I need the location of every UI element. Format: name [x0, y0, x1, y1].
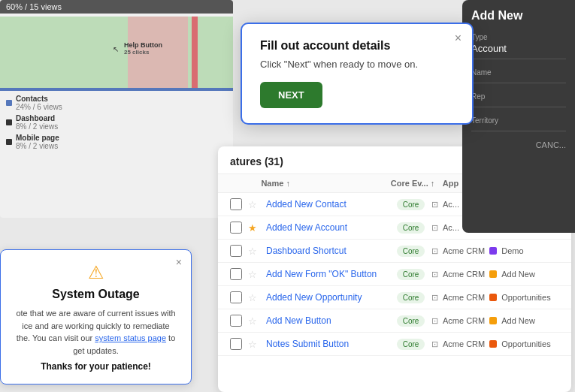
app-name: Acme CRM — [443, 270, 485, 279]
fill-dialog-title: Fill out account details — [260, 39, 454, 53]
row-star-icon[interactable]: ☆ — [248, 246, 260, 257]
outage-close-button[interactable]: × — [176, 256, 182, 268]
app-name: Acme CRM — [443, 316, 485, 325]
app-tag: Opportunities — [501, 293, 550, 302]
outage-body: ote that we are aware of current issues … — [16, 307, 176, 357]
type-field-value[interactable]: Account — [471, 43, 566, 59]
table-row: ☆ Add New Button Core ⊡ Acme CRM Add New — [218, 309, 571, 333]
app-color-dot — [489, 270, 497, 278]
legend-dashboard-label: Dashboard — [16, 114, 58, 122]
territory-field-value[interactable] — [471, 126, 566, 131]
fill-dialog-close-button[interactable]: × — [455, 32, 462, 45]
table-row: ☆ Add New Form "OK" Button Core ⊡ Acme C… — [218, 263, 571, 286]
row-star-icon[interactable]: ☆ — [248, 315, 260, 327]
add-new-panel: Add New Type Account Name Rep Territory … — [462, 0, 575, 233]
row-feature-name[interactable]: Added New Opportunity — [266, 292, 390, 303]
table-row: ☆ Dashboard Shortcut Core ⊡ Acme CRM Dem… — [218, 240, 571, 263]
row-checkbox[interactable] — [230, 198, 242, 210]
row-app: ⊡ Acme CRM Opportunities — [431, 339, 559, 349]
row-badge: Core — [390, 222, 431, 233]
outage-title: System Outage — [16, 288, 176, 301]
rep-field-label: Rep — [471, 92, 566, 101]
row-star-icon[interactable]: ☆ — [248, 199, 260, 210]
row-checkbox[interactable] — [230, 222, 242, 234]
app-name: Ac... — [443, 223, 459, 232]
row-badge: Core — [390, 339, 431, 349]
app-tag: Opportunities — [501, 339, 550, 348]
heatmap-header: 60% / 15 views — [0, 0, 233, 14]
heatmap-red-zone — [192, 17, 198, 88]
col-core-header: Core Ev... ↑ — [391, 179, 443, 188]
app-tag: Add New — [501, 316, 535, 325]
row-star-icon[interactable]: ☆ — [248, 269, 260, 280]
row-feature-name[interactable]: Notes Submit Button — [266, 339, 390, 349]
row-app: ⊡ Acme CRM Add New — [431, 270, 559, 279]
row-star-icon[interactable]: ☆ — [248, 339, 260, 350]
legend-mobile-sub: 8% / 2 views — [16, 142, 59, 150]
heatmap-panel: 60% / 15 views Help Button 25 clicks ↖ C… — [0, 0, 233, 218]
row-star-icon[interactable]: ☆ — [248, 292, 260, 303]
legend-mobile-label: Mobile page — [16, 134, 59, 142]
app-icon: ⊡ — [431, 293, 438, 303]
row-checkbox[interactable] — [230, 338, 242, 350]
row-checkbox[interactable] — [230, 268, 242, 280]
app-icon: ⊡ — [431, 316, 438, 326]
app-name: Ac... — [443, 200, 459, 209]
table-row: ☆ Notes Submit Button Core ⊡ Acme CRM Op… — [218, 333, 571, 356]
app-color-dot — [489, 247, 497, 255]
type-field-label: Type — [471, 33, 566, 41]
row-checkbox[interactable] — [230, 291, 242, 303]
row-badge: Core — [390, 199, 431, 210]
legend-dashboard-sub: 8% / 2 views — [16, 122, 58, 131]
fill-dialog-next-button[interactable]: NEXT — [260, 82, 322, 108]
name-field-label: Name — [471, 68, 566, 77]
app-name: Acme CRM — [443, 339, 485, 348]
fill-dialog-body: Click "Next" when ready to move on. — [260, 59, 454, 70]
app-tag: Demo — [501, 246, 523, 255]
row-app: ⊡ Acme CRM Opportunities — [431, 293, 559, 303]
row-feature-name[interactable]: Dashboard Shortcut — [266, 246, 390, 256]
territory-field-label: Territory — [471, 116, 566, 125]
row-checkbox[interactable] — [230, 245, 242, 257]
row-feature-name[interactable]: Add New Button — [266, 315, 390, 326]
app-icon: ⊡ — [431, 246, 438, 256]
heatmap-help-button-label: Help Button 25 clicks — [124, 41, 162, 56]
app-icon: ⊡ — [431, 339, 438, 349]
name-field-value[interactable] — [471, 78, 566, 83]
outage-dialog: × ⚠ System Outage ote that we are aware … — [0, 249, 192, 384]
row-feature-name[interactable]: Add New Form "OK" Button — [266, 269, 390, 279]
rep-field-value[interactable] — [471, 102, 566, 107]
fill-dialog: × Fill out account details Click "Next" … — [241, 23, 474, 125]
outage-warning-icon: ⚠ — [16, 262, 176, 283]
row-app: ⊡ Acme CRM Demo — [431, 246, 559, 256]
app-color-dot — [489, 340, 497, 348]
row-badge: Core — [390, 246, 431, 256]
col-name-header: Name ↑ — [261, 179, 390, 188]
row-star-icon[interactable]: ★ — [248, 222, 260, 234]
row-feature-name[interactable]: Added New Account — [266, 222, 390, 233]
legend-contacts-sub: 24% / 6 views — [16, 103, 62, 111]
app-tag: Add New — [501, 270, 535, 279]
row-feature-name[interactable]: Added New Contact — [266, 199, 390, 210]
row-badge: Core — [390, 269, 431, 279]
row-app: ⊡ Acme CRM Add New — [431, 316, 559, 326]
cancel-button[interactable]: CANC... — [471, 140, 566, 149]
heatmap-cursor-icon: ↖ — [113, 45, 119, 53]
table-row: ☆ Added New Opportunity Core ⊡ Acme CRM … — [218, 286, 571, 309]
app-name: Acme CRM — [443, 246, 485, 255]
row-checkbox[interactable] — [230, 315, 242, 327]
app-icon: ⊡ — [431, 270, 438, 279]
outage-status-link[interactable]: system status page — [95, 333, 166, 342]
outage-thanks: Thanks for your patience! — [16, 361, 176, 372]
app-icon: ⊡ — [431, 200, 438, 210]
app-name: Acme CRM — [443, 293, 485, 302]
app-icon: ⊡ — [431, 223, 438, 233]
row-badge: Core — [390, 292, 431, 303]
app-color-dot — [489, 294, 497, 301]
heatmap-blue-bar — [0, 88, 233, 91]
heatmap-legend: Contacts 24% / 6 views Dashboard 8% / 2 … — [6, 95, 62, 153]
legend-contacts-label: Contacts — [16, 95, 62, 103]
row-badge: Core — [390, 315, 431, 326]
add-new-title: Add New — [471, 9, 566, 23]
app-color-dot — [489, 317, 497, 324]
